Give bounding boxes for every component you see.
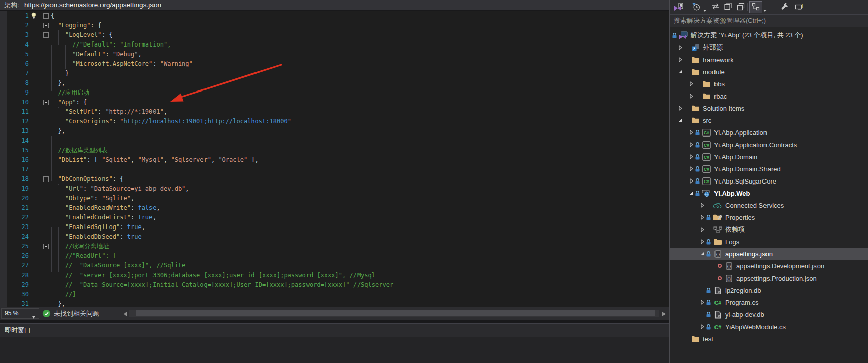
lightbulb-quick-actions-icon[interactable]: [30, 12, 38, 20]
tree-item-yi-abp-application[interactable]: C#Yi.Abp.Application: [670, 126, 868, 139]
tree-item-logs[interactable]: Logs: [670, 236, 868, 248]
tree-item-yi-abp-23-23[interactable]: 解决方案 'Yi.Abp' (23 个项目, 共 23 个): [670, 29, 868, 41]
horizontal-scrollbar-thumb[interactable]: [136, 310, 655, 316]
tree-item-item[interactable]: 依赖项: [670, 223, 868, 236]
chevron-collapsed-icon[interactable]: [676, 57, 684, 63]
code-line-25[interactable]: //读写分离地址: [50, 242, 109, 251]
fold-collapse-box[interactable]: [43, 23, 49, 28]
immediate-window-header[interactable]: 即时窗口: [0, 324, 669, 337]
tree-item-src[interactable]: src: [670, 114, 868, 126]
tree-item-yi-abp-application-contracts[interactable]: C#Yi.Abp.Application.Contracts: [670, 139, 868, 151]
horizontal-scrollbar[interactable]: [129, 310, 659, 317]
tree-item-yiabpwebmodule-cs[interactable]: C#YiAbpWebModule.cs: [670, 321, 868, 333]
fold-collapse-box[interactable]: [43, 176, 49, 182]
tree-item-appsettings-production-json[interactable]: {}appsettings.Production.json: [670, 272, 868, 284]
code-line-12[interactable]: "CorsOrigins": "http://localhost:19001;h…: [50, 117, 291, 126]
tree-item-appsettings-json[interactable]: {}appsettings.json: [670, 248, 868, 260]
chevron-expanded-icon[interactable]: [698, 251, 706, 257]
code-line-19[interactable]: "Url": "DataSource=yi-abp-dev.db",: [50, 184, 189, 194]
tree-item-ip2region-db[interactable]: ip2region.db: [670, 284, 868, 296]
chevron-collapsed-icon[interactable]: [687, 81, 695, 87]
code-line-28[interactable]: // "server=[xxxx];port=3306;database=[xx…: [50, 270, 375, 280]
tree-item-yi-abp-sqlsugarcore[interactable]: C#Yi.Abp.SqlSugarCore: [670, 175, 868, 187]
chevron-collapsed-icon[interactable]: [687, 154, 695, 160]
fold-collapse-box[interactable]: [43, 100, 49, 105]
chevron-down-icon[interactable]: [763, 5, 767, 14]
scroll-left-arrow-icon[interactable]: [123, 310, 128, 320]
code-line-8[interactable]: },: [50, 78, 65, 88]
chevron-collapsed-icon[interactable]: [698, 239, 706, 245]
file-nesting-icon[interactable]: [752, 3, 760, 13]
code-line-1[interactable]: {: [50, 11, 54, 21]
code-line-26[interactable]: //"ReadUrl": [: [50, 251, 116, 261]
code-line-24[interactable]: "EnabledDbSeed": true: [50, 232, 142, 242]
pending-changes-filter-icon[interactable]: [692, 3, 700, 13]
code-line-4[interactable]: //"Default": "Information",: [50, 40, 171, 50]
code-editor[interactable]: 1234567891011121314151617181920212223242…: [0, 11, 669, 307]
chevron-collapsed-icon[interactable]: [698, 226, 706, 233]
chevron-collapsed-icon[interactable]: [698, 324, 706, 330]
show-all-files-icon[interactable]: [737, 3, 745, 13]
immediate-window-input[interactable]: [0, 337, 669, 363]
sync-with-active-document-icon[interactable]: [711, 3, 720, 12]
code-line-2[interactable]: "Logging": {: [50, 21, 101, 30]
tree-item-module[interactable]: module: [670, 66, 868, 78]
tree-item-rbac[interactable]: rbac: [670, 90, 868, 102]
code-line-20[interactable]: "DbType": "Sqlite",: [50, 194, 134, 203]
chevron-collapsed-icon[interactable]: [676, 44, 684, 51]
code-line-11[interactable]: "SelfUrl": "http://*:19001",: [50, 107, 167, 117]
chevron-collapsed-icon[interactable]: [687, 178, 695, 184]
code-line-3[interactable]: "LogLevel": {: [50, 30, 113, 40]
code-line-5[interactable]: "Default": "Debug",: [50, 50, 142, 59]
tree-item-connected-services[interactable]: Connected Services: [670, 199, 868, 211]
code-line-7[interactable]: }: [50, 69, 69, 78]
tree-item-yi-abp-domain[interactable]: C#Yi.Abp.Domain: [670, 151, 868, 163]
zoom-level-combobox[interactable]: 95 %: [1, 308, 39, 319]
chevron-collapsed-icon[interactable]: [687, 142, 695, 148]
tree-item-test[interactable]: test: [670, 333, 868, 345]
code-line-30[interactable]: //]: [50, 290, 76, 299]
code-line-16[interactable]: "DbList": [ "Sqlite", "Mysql", "Sqlserve…: [50, 155, 259, 165]
tree-item-properties[interactable]: Properties: [670, 211, 868, 223]
code-line-27[interactable]: // "DataSource=[xxxx]", //Sqlite: [50, 261, 185, 270]
tree-item-framework[interactable]: framework: [670, 54, 868, 66]
properties-wrench-icon[interactable]: [781, 3, 789, 13]
switch-views-icon[interactable]: [674, 3, 683, 13]
code-line-6[interactable]: "Microsoft.AspNetCore": "Warning": [50, 59, 193, 69]
tree-item-yi-abp-domain-shared[interactable]: C#Yi.Abp.Domain.Shared: [670, 163, 868, 175]
solution-explorer-search[interactable]: 搜索解决方案资源管理器(Ctrl+;): [670, 14, 868, 27]
preview-selected-items-icon[interactable]: [795, 3, 804, 13]
code-line-18[interactable]: "DbConnOptions": {: [50, 174, 124, 184]
code-line-9[interactable]: //应用启动: [50, 88, 89, 98]
chevron-expanded-icon[interactable]: [687, 190, 695, 196]
tree-item-solution-items[interactable]: Solution Items: [670, 102, 868, 114]
chevron-expanded-icon[interactable]: [676, 69, 684, 75]
chevron-collapsed-icon[interactable]: [698, 202, 706, 208]
breakpoint-margin[interactable]: [0, 11, 7, 307]
schema-url-combobox[interactable]: https://json.schemastore.org/appsettings…: [24, 0, 161, 10]
fold-collapse-box[interactable]: [43, 244, 49, 249]
code-line-21[interactable]: "EnabledReadWrite": false,: [50, 203, 160, 213]
code-line-15[interactable]: //数据库类型列表: [50, 146, 108, 155]
collapse-all-icon[interactable]: [724, 3, 732, 13]
chevron-down-icon[interactable]: [703, 5, 707, 14]
chevron-collapsed-icon[interactable]: [687, 166, 695, 172]
code-line-10[interactable]: "App": {: [50, 98, 87, 107]
tree-item-bbs[interactable]: bbs: [670, 78, 868, 90]
chevron-expanded-icon[interactable]: [676, 117, 684, 123]
tree-item-yi-abp-web[interactable]: Yi.Abp.Web: [670, 187, 868, 199]
chevron-collapsed-icon[interactable]: [687, 93, 695, 99]
code-line-23[interactable]: "EnabledSqlLog": true,: [50, 222, 145, 232]
tree-item-program-cs[interactable]: C#Program.cs: [670, 296, 868, 308]
chevron-collapsed-icon[interactable]: [698, 299, 706, 305]
code-line-29[interactable]: // "Data Source=[xxxx];Initial Catalog=[…: [50, 280, 393, 290]
code-line-22[interactable]: "EnabledCodeFirst": true,: [50, 213, 157, 222]
tree-item-item[interactable]: 外部源: [670, 41, 868, 54]
tree-item-yi-abp-dev-db[interactable]: yi-abp-dev.db: [670, 308, 868, 321]
chevron-collapsed-icon[interactable]: [676, 105, 684, 111]
fold-collapse-box[interactable]: [43, 32, 49, 38]
scroll-right-arrow-icon[interactable]: [661, 310, 666, 320]
tree-item-appsettings-development-json[interactable]: {}appsettings.Development.json: [670, 260, 868, 272]
chevron-collapsed-icon[interactable]: [687, 129, 695, 135]
chevron-collapsed-icon[interactable]: [698, 214, 706, 220]
